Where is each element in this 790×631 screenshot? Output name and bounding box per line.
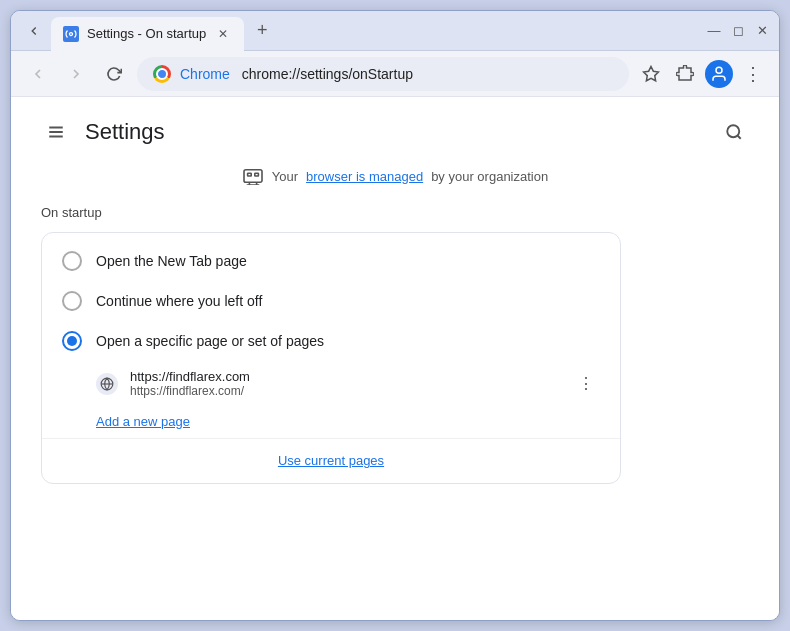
extensions-icon[interactable] [671, 60, 699, 88]
option-continue-label: Continue where you left off [96, 293, 262, 309]
chrome-logo-icon [152, 64, 172, 84]
svg-marker-1 [644, 66, 659, 80]
settings-title: Settings [85, 119, 165, 145]
svg-rect-12 [247, 173, 251, 176]
tab-close-button[interactable]: ✕ [214, 25, 232, 43]
refresh-button[interactable] [99, 59, 129, 89]
svg-rect-13 [255, 173, 259, 176]
add-new-page-link[interactable]: Add a new page [96, 414, 190, 429]
back-button[interactable] [23, 59, 53, 89]
option-new-tab[interactable]: Open the New Tab page [42, 241, 620, 281]
tab-favicon-icon [63, 26, 79, 42]
startup-options-card: Open the New Tab page Continue where you… [41, 232, 621, 484]
forward-button[interactable] [61, 59, 91, 89]
section-title: On startup [41, 205, 749, 220]
url-text-block: https://findflarex.com https://findflare… [130, 369, 560, 398]
tab-strip: Settings - On startup ✕ + [21, 14, 276, 48]
radio-new-tab[interactable] [62, 251, 82, 271]
url-main-text: https://findflarex.com [130, 369, 560, 384]
use-current-row: Use current pages [42, 443, 620, 475]
managed-notice: Your browser is managed by your organiza… [41, 165, 749, 187]
use-current-pages-link[interactable]: Use current pages [278, 453, 384, 468]
minimize-button[interactable]: — [707, 24, 721, 38]
option-specific-page-label: Open a specific page or set of pages [96, 333, 324, 349]
bookmark-icon[interactable] [637, 60, 665, 88]
restore-button[interactable]: ◻ [731, 24, 745, 38]
title-bar: Settings - On startup ✕ + — ◻ ✕ [11, 11, 779, 51]
nav-right-controls: ⋮ [637, 60, 767, 88]
managed-text-suffix: by your organization [431, 169, 548, 184]
chrome-label: Chrome [180, 66, 230, 82]
add-page-row: Add a new page [42, 406, 620, 434]
radio-inner-dot [67, 336, 77, 346]
divider [42, 438, 620, 439]
managed-icon [242, 165, 264, 187]
settings-main: Settings Your browser is managed by your… [11, 97, 779, 620]
svg-point-6 [727, 125, 739, 137]
search-settings-button[interactable] [719, 117, 749, 147]
url-sub-text: https://findflarex.com/ [130, 384, 560, 398]
active-tab[interactable]: Settings - On startup ✕ [51, 17, 244, 51]
browser-window: Settings - On startup ✕ + — ◻ ✕ Chrome c… [10, 10, 780, 621]
radio-continue[interactable] [62, 291, 82, 311]
url-item: https://findflarex.com https://findflare… [42, 361, 620, 406]
option-specific-page[interactable]: Open a specific page or set of pages [42, 321, 620, 361]
chrome-menu-button[interactable]: ⋮ [739, 60, 767, 88]
address-bar[interactable]: Chrome chrome://settings/onStartup [137, 57, 629, 91]
avatar[interactable] [705, 60, 733, 88]
tab-title: Settings - On startup [87, 26, 206, 41]
option-new-tab-label: Open the New Tab page [96, 253, 247, 269]
managed-text-prefix: Your [272, 169, 298, 184]
settings-layout: 🖥 RISK.COM Settings [11, 97, 779, 620]
settings-header: Settings [41, 97, 749, 157]
svg-rect-8 [244, 170, 262, 183]
radio-specific-page[interactable] [62, 331, 82, 351]
url-menu-button[interactable]: ⋮ [572, 370, 600, 398]
hamburger-menu-button[interactable] [41, 117, 71, 147]
tab-back-button[interactable] [21, 18, 47, 44]
page-content: 🖥 RISK.COM Settings [11, 97, 779, 620]
svg-point-0 [70, 32, 73, 35]
new-tab-button[interactable]: + [248, 17, 276, 45]
option-continue[interactable]: Continue where you left off [42, 281, 620, 321]
url-favicon-icon [96, 373, 118, 395]
window-controls: — ◻ ✕ [707, 24, 769, 38]
svg-point-2 [716, 67, 722, 73]
managed-link[interactable]: browser is managed [306, 169, 423, 184]
svg-line-7 [737, 135, 740, 138]
nav-bar: Chrome chrome://settings/onStartup ⋮ [11, 51, 779, 97]
url-text: chrome://settings/onStartup [242, 66, 413, 82]
close-button[interactable]: ✕ [755, 24, 769, 38]
